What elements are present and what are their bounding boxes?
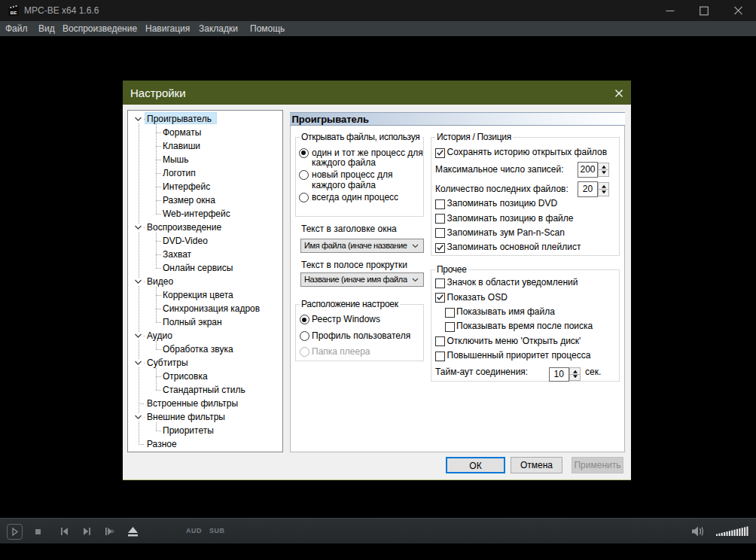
svg-text:BE: BE	[11, 11, 17, 15]
